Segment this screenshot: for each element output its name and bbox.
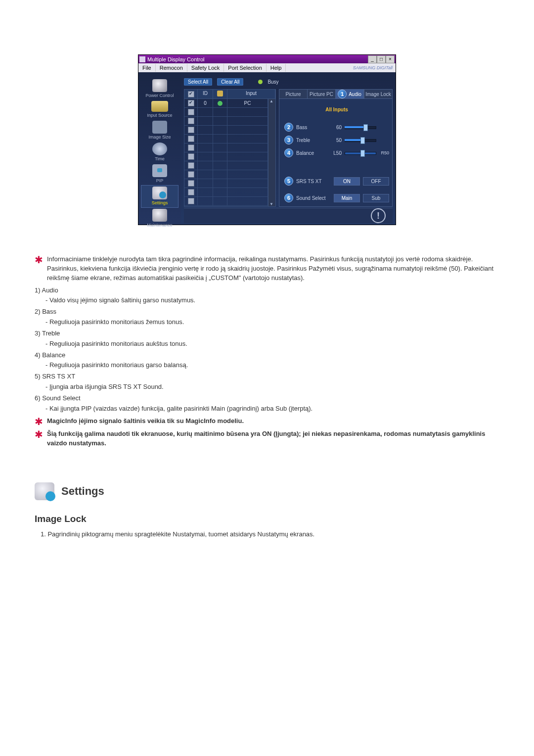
badge-1-icon: 1	[338, 90, 347, 98]
row-checkbox[interactable]	[188, 162, 194, 169]
row-checkbox[interactable]	[188, 153, 194, 160]
header-id: ID	[198, 90, 213, 98]
table-row[interactable]	[184, 117, 268, 126]
app-window: Multiple Display Control _ □ × File Remo…	[138, 54, 396, 225]
table-row[interactable]	[184, 108, 268, 117]
clear-all-button[interactable]: Clear All	[217, 78, 243, 86]
row-checkbox[interactable]	[188, 198, 194, 204]
warning-icon: !	[371, 208, 386, 223]
menu-remocon[interactable]: Remocon	[156, 64, 187, 72]
menu-file[interactable]: File	[138, 64, 156, 72]
table-row[interactable]	[184, 170, 268, 179]
tab-audio[interactable]: 1 Audio	[335, 89, 364, 99]
device-list: ID Input 0 PC	[184, 89, 276, 207]
sound-select-row: 6 Sound Select Main Sub	[284, 192, 389, 203]
sidebar-item-settings[interactable]: Settings	[141, 185, 178, 208]
balance-label: Balance	[296, 150, 324, 156]
image-size-icon	[152, 121, 167, 134]
bass-value: 60	[327, 125, 342, 130]
note-text: Šią funkciją galima naudoti tik ekranuos…	[47, 429, 499, 448]
pip-icon	[152, 164, 167, 177]
list-item: 5) SRS TS XT - Įjungia arba išjungia SRS…	[35, 372, 499, 392]
sidebar: Power Control Input Source Image Size Ti…	[138, 72, 181, 225]
sidebar-item-pip[interactable]: PIP	[141, 163, 178, 185]
row-checkbox[interactable]	[188, 127, 194, 133]
badge-6-icon: 6	[284, 193, 293, 202]
instruction-text: 1. Pagrindinių piktogramų meniu spragtel…	[41, 530, 499, 539]
row-checkbox[interactable]	[188, 144, 194, 151]
sidebar-item-label: Input Source	[141, 113, 178, 118]
table-row[interactable]	[184, 135, 268, 143]
titlebar: Multiple Display Control _ □ ×	[138, 55, 396, 63]
treble-value: 50	[327, 138, 342, 143]
tab-picture-pc[interactable]: Picture PC	[307, 89, 335, 99]
clock-icon	[152, 142, 167, 155]
badge-4-icon: 4	[284, 148, 293, 157]
srs-off-button[interactable]: OFF	[363, 177, 389, 186]
row-checkbox[interactable]	[188, 189, 194, 195]
subsection-title: Image Lock	[35, 512, 499, 526]
sidebar-item-label: Power Control	[141, 93, 178, 98]
sidebar-item-label: PIP	[141, 178, 178, 183]
minimize-button[interactable]: _	[368, 55, 377, 63]
tab-audio-label: Audio	[349, 92, 361, 97]
row-checkbox[interactable]	[188, 136, 194, 142]
close-button[interactable]: ×	[386, 55, 395, 63]
srs-label: SRS TS XT	[296, 179, 331, 184]
sidebar-item-label: Image Size	[141, 135, 178, 140]
balance-row: 4 Balance L50 R50	[284, 148, 389, 158]
sidebar-item-power-control[interactable]: Power Control	[141, 78, 178, 100]
table-row[interactable]	[184, 197, 268, 206]
treble-label: Treble	[296, 138, 324, 143]
badge-3-icon: 3	[284, 136, 293, 144]
table-row[interactable]	[184, 188, 268, 197]
list-header: ID Input	[184, 89, 276, 99]
busy-indicator-icon	[258, 80, 263, 84]
header-checkbox[interactable]	[188, 91, 194, 97]
row-checkbox[interactable]	[188, 109, 194, 115]
sidebar-item-time[interactable]: Time	[141, 142, 178, 163]
tab-image-lock[interactable]: Image Lock	[364, 89, 393, 99]
bass-slider[interactable]	[345, 125, 376, 130]
sound-select-sub-button[interactable]: Sub	[363, 194, 389, 202]
tab-picture[interactable]: Picture	[279, 89, 307, 99]
star-icon: ✱	[35, 255, 43, 283]
menu-help[interactable]: Help	[267, 64, 286, 72]
sound-select-main-button[interactable]: Main	[334, 194, 360, 202]
badge-5-icon: 5	[284, 177, 293, 186]
select-all-button[interactable]: Select All	[184, 78, 212, 86]
window-title: Multiple Display Control	[147, 56, 205, 62]
section-title: Settings	[61, 483, 104, 499]
sidebar-item-label: Time	[141, 156, 178, 161]
row-input: PC	[227, 99, 268, 107]
srs-on-button[interactable]: ON	[334, 177, 360, 186]
table-row[interactable]	[184, 161, 268, 170]
brand-label: SAMSUNG DIGITall	[350, 64, 396, 71]
menu-safety-lock[interactable]: Safety Lock	[187, 64, 224, 72]
list-item: 4) Balance - Reguliuoja pasirinkto monit…	[35, 351, 499, 371]
row-checkbox[interactable]	[188, 118, 194, 124]
menu-port-selection[interactable]: Port Selection	[224, 64, 266, 72]
row-checkbox[interactable]	[188, 180, 194, 187]
row-checkbox[interactable]	[188, 100, 194, 106]
badge-2-icon: 2	[284, 123, 293, 132]
sidebar-item-input-source[interactable]: Input Source	[141, 100, 178, 120]
table-row[interactable]	[184, 126, 268, 135]
balance-slider[interactable]	[345, 150, 376, 155]
list-item: 3) Treble - Reguliuoja pasirinkto monito…	[35, 329, 499, 349]
table-row[interactable]	[184, 143, 268, 152]
power-icon	[152, 79, 167, 92]
status-dot-icon	[218, 101, 222, 106]
table-row[interactable]: 0 PC	[184, 99, 268, 108]
menubar: File Remocon Safety Lock Port Selection …	[138, 63, 396, 72]
sidebar-item-maintenance[interactable]: Maintenance	[141, 208, 178, 230]
scrollbar[interactable]	[268, 99, 275, 206]
list-item: 2) Bass - Reguliuoja pasirinkto monitori…	[35, 307, 499, 327]
table-row[interactable]	[184, 179, 268, 188]
sidebar-item-image-size[interactable]: Image Size	[141, 120, 178, 142]
treble-slider[interactable]	[345, 138, 376, 142]
maximize-button[interactable]: □	[377, 55, 386, 63]
srs-row: 5 SRS TS XT ON OFF	[284, 176, 389, 187]
table-row[interactable]	[184, 152, 268, 161]
row-checkbox[interactable]	[188, 171, 194, 178]
